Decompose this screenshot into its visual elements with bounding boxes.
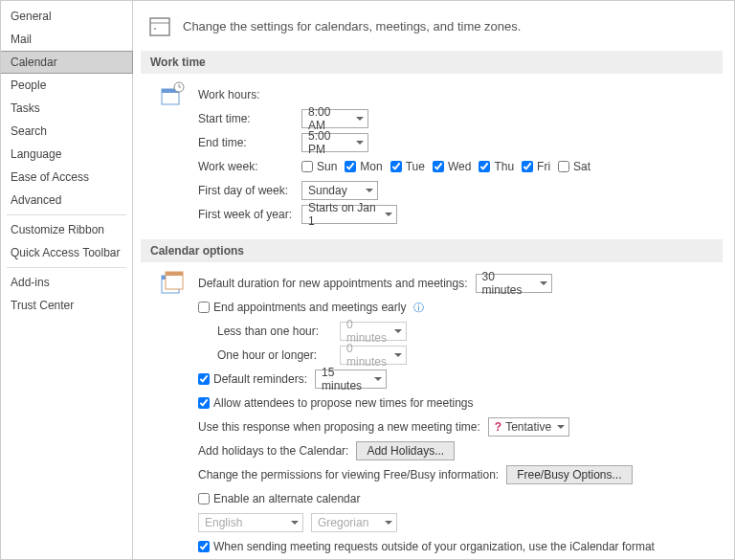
default-duration-label: Default duration for new appointments an… [198,277,468,290]
hour-or-longer-label: One hour or longer: [217,348,332,362]
sidebar-item-search[interactable]: Search [1,120,132,143]
alt-calendar-type-dropdown[interactable]: Gregorian [311,513,397,532]
work-time-icon [160,81,187,228]
first-day-dropdown[interactable]: Sunday [301,181,378,200]
start-time-dropdown[interactable]: 8:00 AM [301,109,368,128]
add-holidays-button[interactable]: Add Holidays... [356,441,455,460]
main-panel: Change the settings for calendars, meeti… [133,1,734,559]
page-header: Change the settings for calendars, meeti… [141,9,723,51]
add-holidays-label: Add holidays to the Calendar: [198,444,348,458]
sidebar-item-advanced[interactable]: Advanced [1,189,132,212]
tentative-icon: ? [495,420,501,434]
day-sun-checkbox[interactable]: Sun [301,160,337,173]
section-header-calendar-options: Calendar options [141,239,723,262]
propose-response-label: Use this response when proposing a new m… [198,420,480,434]
sidebar-item-people[interactable]: People [1,74,132,97]
propose-response-dropdown[interactable]: ?Tentative [488,417,569,437]
start-time-label: Start time: [198,112,294,125]
sidebar-item-general[interactable]: General [1,5,132,28]
default-duration-dropdown[interactable]: 30 minutes [476,274,552,293]
sidebar-item-mail[interactable]: Mail [1,28,132,51]
svg-rect-0 [150,18,169,35]
default-reminders-checkbox[interactable]: Default reminders: [198,372,307,386]
day-thu-checkbox[interactable]: Thu [479,160,514,173]
first-day-label: First day of week: [198,184,294,197]
sidebar-item-add-ins[interactable]: Add-ins [1,271,132,294]
less-than-hour-dropdown[interactable]: 0 minutes [340,322,407,341]
work-week-label: Work week: [198,160,294,173]
section-calendar-options: Default duration for new appointments an… [141,270,723,559]
sidebar-item-quick-access-toolbar[interactable]: Quick Access Toolbar [1,241,132,264]
end-time-label: End time: [198,136,294,149]
sidebar-separator [7,267,126,268]
sidebar-item-language[interactable]: Language [1,143,132,166]
header-text: Change the settings for calendars, meeti… [183,19,521,34]
svg-point-2 [154,28,156,30]
day-tue-checkbox[interactable]: Tue [390,160,425,173]
first-week-label: First week of year: [198,208,294,221]
day-wed-checkbox[interactable]: Wed [433,160,471,173]
freebusy-label: Change the permissions for viewing Free/… [198,468,499,482]
allow-propose-checkbox[interactable]: Allow attendees to propose new times for… [198,396,473,410]
info-icon[interactable]: ⓘ [413,301,424,315]
calendar-header-icon [148,14,171,37]
svg-rect-11 [166,272,183,276]
sidebar-item-customize-ribbon[interactable]: Customize Ribbon [1,218,132,241]
ical-checkbox[interactable]: When sending meeting requests outside of… [198,540,655,553]
less-than-hour-label: Less than one hour: [217,325,332,338]
sidebar-item-ease-of-access[interactable]: Ease of Access [1,166,132,189]
alt-calendar-lang-dropdown[interactable]: English [198,513,303,532]
sidebar-item-tasks[interactable]: Tasks [1,97,132,120]
freebusy-button[interactable]: Free/Busy Options... [506,465,632,484]
default-reminders-dropdown[interactable]: 15 minutes [315,370,387,389]
sidebar-item-calendar[interactable]: Calendar [0,51,133,74]
calendar-options-icon [160,270,187,559]
first-week-dropdown[interactable]: Starts on Jan 1 [301,205,397,224]
day-mon-checkbox[interactable]: Mon [345,160,382,173]
alt-calendar-checkbox[interactable]: Enable an alternate calendar [198,492,360,505]
sidebar: General Mail Calendar People Tasks Searc… [1,1,133,559]
hour-or-longer-dropdown[interactable]: 0 minutes [340,346,407,365]
section-header-work-time: Work time [141,51,723,74]
work-hours-label: Work hours: [198,88,259,101]
section-work-time: Work hours: Start time: 8:00 AM End time… [141,81,723,239]
sidebar-separator [7,214,126,215]
end-time-dropdown[interactable]: 5:00 PM [301,133,368,152]
sidebar-item-trust-center[interactable]: Trust Center [1,294,132,317]
day-fri-checkbox[interactable]: Fri [522,160,550,173]
end-early-checkbox[interactable]: End appointments and meetings early [198,301,406,314]
day-sat-checkbox[interactable]: Sat [558,160,590,173]
